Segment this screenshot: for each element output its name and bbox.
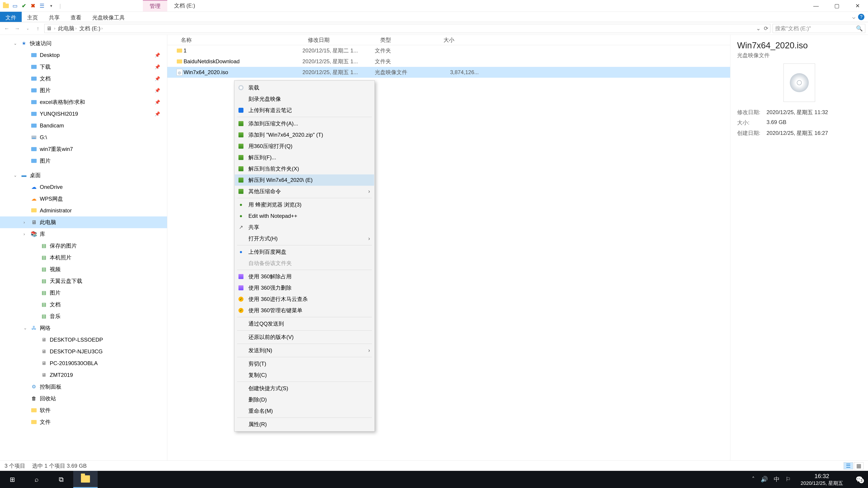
context-menu-item[interactable]: ✓使用 360管理右键菜单 (235, 305, 374, 316)
ribbon-collapse-icon[interactable]: ⌵ (852, 14, 855, 20)
maximize-button[interactable]: ▢ (827, 0, 847, 12)
save-icon[interactable]: ▭ (11, 2, 19, 9)
tree-item[interactable]: ▤天翼云盘下载 (0, 275, 167, 287)
view-icons-button[interactable]: ▦ (854, 462, 864, 469)
explorer-taskbar-button[interactable] (73, 471, 98, 488)
tree-item[interactable]: G:\ (0, 131, 167, 143)
context-menu-item[interactable]: 解压到(F)... (235, 152, 374, 163)
tab-home[interactable]: 主页 (22, 12, 43, 22)
refresh-icon[interactable]: ⟳ (764, 25, 768, 32)
tree-software[interactable]: 软件 (0, 404, 167, 416)
context-menu-item[interactable]: ●Edit with Notepad++ (235, 210, 374, 222)
tree-item[interactable]: ▤本机照片 (0, 252, 167, 263)
addr-dropdown-icon[interactable]: ⌄ (756, 25, 761, 32)
context-menu-item[interactable]: 复制(C) (235, 369, 374, 381)
back-button[interactable]: ← (3, 24, 11, 33)
context-menu-item[interactable]: ●上传到百度网盘 (235, 246, 374, 258)
tree-item[interactable]: 🖥DESKTOP-NJEU3CG (0, 346, 167, 357)
task-view-button[interactable]: ⧉ (49, 471, 73, 488)
tree-item[interactable]: ▤文档 (0, 299, 167, 311)
tree-item[interactable]: ☁WPS网盘 (0, 193, 167, 205)
context-menu-item[interactable]: 打开方式(H)› (235, 233, 374, 244)
tree-control-panel[interactable]: ⚙ 控制面板 (0, 381, 167, 393)
tray-overflow-icon[interactable]: ˄ (752, 476, 755, 483)
tree-item[interactable]: excel表格制作求和📌 (0, 96, 167, 108)
volume-icon[interactable]: 🔊 (761, 476, 768, 483)
breadcrumb-seg[interactable]: › (52, 26, 57, 31)
properties-icon[interactable]: ☰ (38, 2, 46, 9)
notifications-button[interactable]: 💬 3 (853, 473, 865, 486)
context-menu-item[interactable]: 通过QQ发送到 (235, 318, 374, 329)
tree-item[interactable]: ▤音乐 (0, 311, 167, 322)
search-button[interactable]: ⌕ (24, 471, 49, 488)
breadcrumb-seg[interactable]: 文档 (E:)› (78, 25, 104, 32)
context-menu-item[interactable]: ✓使用 360进行木马云查杀 (235, 293, 374, 305)
context-menu-item[interactable]: 用360压缩打开(Q) (235, 140, 374, 152)
tree-item[interactable]: ▤保存的图片 (0, 240, 167, 252)
column-headers[interactable]: 名称 修改日期 类型 大小 (167, 35, 730, 45)
tree-item[interactable]: ☁OneDrive (0, 181, 167, 193)
context-menu-item[interactable]: 刻录光盘映像 (235, 93, 374, 105)
col-name[interactable]: 名称 (181, 36, 308, 43)
tree-item[interactable]: 🖥PC-20190530OBLA (0, 357, 167, 369)
context-menu-item[interactable]: 属性(R) (235, 419, 374, 430)
tree-item[interactable]: ›📚库 (0, 228, 167, 240)
tree-item[interactable]: YUNQISHI2019📌 (0, 108, 167, 120)
tab-share[interactable]: 共享 (43, 12, 65, 22)
tab-file[interactable]: 文件 (0, 12, 22, 22)
search-input[interactable]: 搜索"文档 (E:)" 🔍 (773, 24, 865, 33)
context-menu-item[interactable]: 删除(D) (235, 394, 374, 405)
context-menu-item[interactable]: 使用 360解除占用 (235, 271, 374, 282)
tree-item[interactable]: 下载📌 (0, 61, 167, 73)
tree-item[interactable]: Administrator (0, 205, 167, 217)
tree-item[interactable]: Desktop📌 (0, 49, 167, 61)
breadcrumb-seg[interactable]: 此电脑› (57, 25, 78, 32)
context-menu-item[interactable]: 解压到当前文件夹(X) (235, 163, 374, 174)
search-icon[interactable]: 🔍 (856, 25, 863, 32)
context-menu-item[interactable]: 装载 (235, 82, 374, 93)
tree-item[interactable]: 文档📌 (0, 73, 167, 85)
tree-network[interactable]: ⌄ 🖧 网络 (0, 322, 167, 334)
context-menu-item[interactable]: 重命名(M) (235, 405, 374, 417)
tree-quick-access[interactable]: ⌄ ★ 快速访问 (0, 37, 167, 49)
tree-documents[interactable]: 文件 (0, 416, 167, 428)
context-menu-item[interactable]: 其他压缩命令› (235, 186, 374, 197)
close-red-icon[interactable]: ✖ (29, 2, 37, 9)
file-row[interactable]: 12020/12/15, 星期二 1...文件夹 (167, 45, 730, 56)
context-menu-item[interactable]: 添加到 "Win7x64_2020.zip" (T) (235, 129, 374, 140)
tree-item[interactable]: ›🖥此电脑 (0, 217, 167, 228)
check-icon[interactable]: ✔ (20, 2, 28, 9)
tree-item[interactable]: ▤视频 (0, 263, 167, 275)
chevron-down-icon[interactable]: ⌄ (13, 173, 18, 178)
context-menu-item[interactable]: 创建快捷方式(S) (235, 383, 374, 394)
close-button[interactable]: ✕ (847, 0, 868, 12)
col-type[interactable]: 类型 (380, 36, 443, 43)
context-menu[interactable]: 装载刻录光盘映像上传到有道云笔记添加到压缩文件(A)...添加到 "Win7x6… (234, 80, 375, 431)
tree-recycle[interactable]: 🗑 回收站 (0, 393, 167, 404)
tree-item[interactable]: 图片 (0, 155, 167, 167)
context-menu-item[interactable]: 添加到压缩文件(A)... (235, 118, 374, 129)
context-menu-item[interactable]: 发送到(N)› (235, 345, 374, 356)
col-size[interactable]: 大小 (443, 36, 489, 43)
clock[interactable]: 16:32 2020/12/25, 星期五 (797, 473, 847, 486)
context-menu-item[interactable]: ↗共享 (235, 222, 374, 233)
chevron-icon[interactable]: › (24, 220, 28, 225)
context-menu-item[interactable]: 上传到有道云笔记 (235, 105, 374, 116)
chevron-down-icon[interactable]: ⌄ (13, 41, 18, 46)
chevron-down-icon[interactable]: ⌄ (24, 326, 28, 330)
tree-item[interactable]: ▤图片 (0, 287, 167, 299)
start-button[interactable]: ⊞ (0, 471, 24, 488)
tree-item[interactable]: win7重装win7 (0, 143, 167, 155)
up-button[interactable]: ↑ (34, 24, 42, 33)
address-bar[interactable]: 🖥 › 此电脑› 文档 (E:)› ⌄ ⟳ (44, 24, 770, 33)
security-icon[interactable]: ⚐ (785, 476, 791, 483)
help-icon[interactable]: ? (858, 14, 864, 20)
tree-item[interactable]: 🖥DESKTOP-LSSOEDP (0, 334, 167, 346)
file-row[interactable]: BaiduNetdiskDownload2020/12/25, 星期五 1...… (167, 56, 730, 67)
tab-disc-tools[interactable]: 光盘映像工具 (87, 12, 130, 22)
tree-item[interactable]: 图片📌 (0, 85, 167, 96)
chevron-icon[interactable]: › (24, 232, 28, 236)
recent-dropdown-icon[interactable]: ⌄ (24, 24, 32, 33)
tree-item[interactable]: 🖥ZMT2019 (0, 369, 167, 381)
taskbar[interactable]: ⊞ ⌕ ⧉ ˄ 🔊 中 ⚐ 16:32 2020/12/25, 星期五 💬 3 (0, 471, 868, 488)
